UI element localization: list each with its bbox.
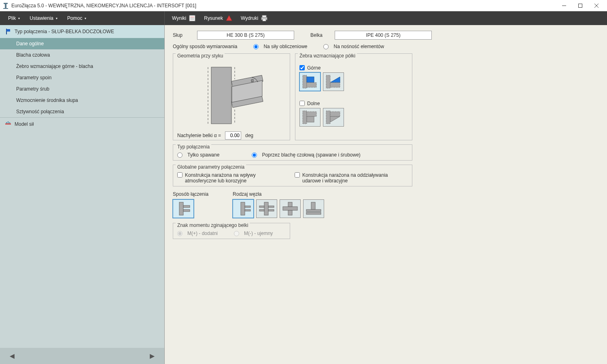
nachylenie-input[interactable] [225,131,241,140]
radio-na-sily[interactable]: Na siły obliczeniowe [253,44,307,49]
zebra-legend: Żebra wzmacniające półki [298,53,357,59]
titlebar: EuroZłącza 5.0 - WEWNĘTRZNA, NIEKOMERCYJ… [0,0,607,11]
svg-rect-19 [8,121,8,123]
toolbar-wydruki-label: Wydruki [241,15,258,21]
minimize-button[interactable] [556,1,572,11]
results-icon [189,15,196,22]
radio-blache-input[interactable] [252,152,257,158]
globalne-parametry-fieldset: Globalne parametry połączenia Konstrukcj… [173,165,412,186]
svg-rect-20 [9,122,10,123]
main-area: Typ połączenia - SŁUP-BELKA DOCZOŁOWE Da… [0,25,607,364]
belka-value[interactable]: IPE 400 (S 275) [335,31,432,40]
sidebar-item-wzmocnienie-srodnika[interactable]: Wzmocnienie środnika słupa [0,95,164,106]
radio-m-minus-label: M(-) - ujemny [244,231,273,236]
sidebar-item-parametry-srub[interactable]: Parametry śrub [0,83,164,95]
radio-na-nosnosc[interactable]: Na nośność elementów [323,44,384,49]
sidebar-item-sztywnosc[interactable]: Sztywność połączenia [0,106,164,117]
toolbar-wyniki[interactable]: Wyniki [169,11,199,25]
menu-plik[interactable]: Plik▾ [4,11,24,25]
toolbar-rysunek[interactable]: Rysunek [201,11,236,25]
checkbox-dolne[interactable]: Dolne [299,101,408,106]
rodzaj-option-2[interactable] [256,199,277,218]
checkbox-atm-input[interactable] [177,172,183,178]
prev-button[interactable]: ◄ [8,351,16,361]
next-button[interactable]: ► [148,351,156,361]
checkbox-dolne-input[interactable] [299,101,305,106]
sidebar-model-sil[interactable]: Model sił [0,117,164,131]
svg-rect-35 [303,111,307,124]
svg-rect-17 [5,123,11,125]
radio-na-sily-input[interactable] [253,44,259,49]
ogolny-label: Ogólny sposób wymiarowania [173,44,237,49]
menu-ustawienia[interactable]: Ustawienia▾ [25,11,62,25]
toolbar-rysunek-label: Rysunek [204,15,223,21]
rodzaj-option-1[interactable] [233,199,254,218]
sidebar-header-label: Typ połączenia - SŁUP-BELKA DOCZOŁOWE [15,29,114,34]
radio-na-nosnosc-input[interactable] [323,44,329,49]
slup-label: Słup [173,32,193,38]
close-button[interactable] [588,1,605,11]
gorne-option-2[interactable] [323,72,344,91]
radio-tylko-spawane[interactable]: Tylko spawane [177,152,219,158]
zebra-fieldset: Żebra wzmacniające półki Górne Dolne [295,53,412,140]
svg-rect-39 [330,112,340,116]
toolbar-wydruki[interactable]: Wydruki [238,11,271,25]
svg-rect-18 [6,122,7,123]
svg-rect-49 [259,210,264,211]
sidebar-item-parametry-spoin[interactable]: Parametry spoin [0,72,164,83]
checkbox-gorne-input[interactable] [299,65,305,70]
rodzaj-option-4[interactable] [303,199,324,218]
sidebar-header[interactable]: Typ połączenia - SŁUP-BELKA DOCZOŁOWE [0,25,164,38]
dolne-option-1[interactable] [299,108,320,127]
svg-rect-53 [288,202,292,207]
sidebar-model-sil-label: Model sił [15,121,34,127]
sposob-option-1[interactable] [173,199,194,218]
menu-pomoc[interactable]: Pomoc▾ [63,11,90,25]
slup-value[interactable]: HE 300 B (S 275) [197,31,294,40]
svg-rect-52 [283,207,297,210]
checkbox-udar[interactable]: Konstrukcja narażona na oddziaływania ud… [295,172,400,184]
radio-blache-czolowa[interactable]: Poprzez blachę czołową (spawane i śrubow… [252,152,360,158]
maximize-button[interactable] [572,1,588,11]
znak-momentu-fieldset: Znak momentu zginającego belki M(+) - do… [173,223,290,239]
sidebar-item-blacha-czolowa[interactable]: Blacha czołowa [0,49,164,61]
model-forces-icon [5,121,11,127]
radio-blache-label: Poprzez blachę czołową (spawane i śrubow… [262,152,360,158]
svg-rect-36 [307,112,316,116]
radio-m-minus: M(-) - ujemny [234,231,273,236]
sidebar-item-zebro-gorne[interactable]: Żebro wzmacniające górne - blacha [0,61,164,72]
svg-marker-40 [330,116,340,122]
geometria-fieldset: Geometria przy styku α Na [173,53,290,140]
svg-marker-11 [226,15,232,21]
content-panel: Słup HE 300 B (S 275) Belka IPE 400 (S 2… [165,25,607,364]
rodzaj-option-3[interactable] [280,199,301,218]
svg-rect-45 [245,206,250,207]
gorne-option-1[interactable] [299,72,320,91]
checkbox-gorne-label: Górne [307,65,320,71]
checkbox-udar-input[interactable] [295,172,300,178]
radio-tylko-spawane-input[interactable] [177,152,183,158]
menu-ustawienia-label: Ustawienia [30,15,53,21]
checkbox-atm[interactable]: Konstrukcja narażona na wpływy atmosfery… [177,172,282,184]
checkbox-udar-label: Konstrukcja narażona na oddziaływania ud… [302,172,400,184]
sidebar-item-dane-ogolne[interactable]: Dane ogólne [0,38,164,49]
belka-label: Belka [310,32,331,38]
checkbox-atm-label: Konstrukcja narażona na wpływy atmosfery… [185,172,282,184]
svg-rect-16 [6,29,10,32]
radio-m-plus-label: M(+) - dodatni [187,231,218,236]
svg-rect-14 [263,19,266,21]
svg-rect-38 [326,111,330,124]
svg-rect-54 [288,210,292,215]
menu-pomoc-label: Pomoc [67,15,82,21]
svg-rect-0 [4,3,8,4]
radio-na-nosnosc-label: Na nośność elementów [333,44,384,49]
checkbox-gorne[interactable]: Górne [299,65,408,71]
svg-rect-2 [3,8,8,9]
svg-rect-46 [245,210,250,211]
svg-rect-47 [264,202,268,215]
radio-m-plus-input [177,231,183,236]
dolne-option-2[interactable] [323,108,344,127]
svg-rect-29 [303,75,307,88]
typ-legend: Typ połączenia [176,144,211,150]
menu-plik-label: Plik [8,15,16,21]
